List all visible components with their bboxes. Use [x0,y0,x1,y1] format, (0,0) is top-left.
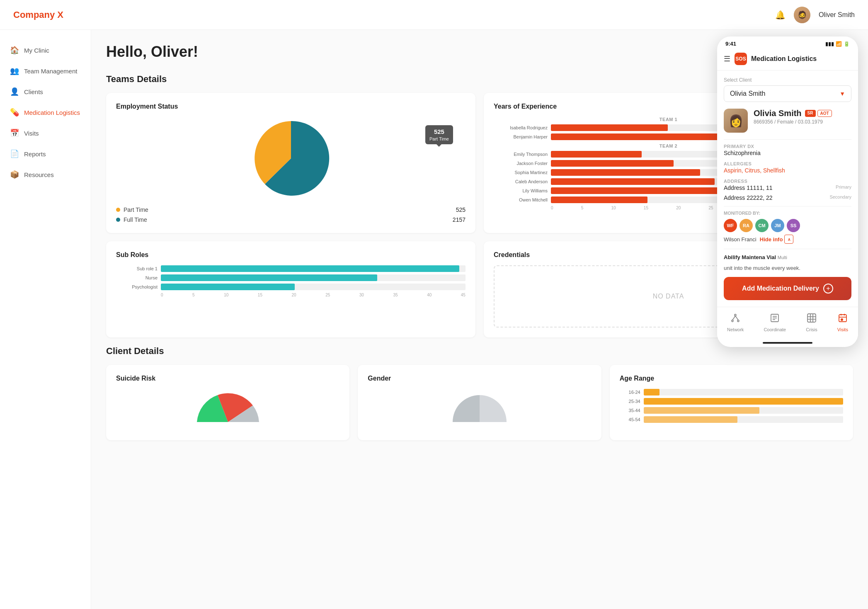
sidebar-item-clients[interactable]: 👤 Clients [0,81,91,102]
address-section: ADDRESS Address 11111, 11 Primary Addres… [724,179,851,201]
visits-icon: 📅 [10,129,19,138]
bar-fill-16-24 [644,389,660,395]
gender-pie [451,389,509,430]
sidebar-item-visits[interactable]: 📅 Visits [0,123,91,143]
suicide-risk-card: Suicide Risk [106,365,349,440]
home-icon: 🏠 [10,46,19,55]
reports-icon: 📄 [10,149,19,158]
sidebar-item-medication-logistics[interactable]: 💊 Medication Logistics [0,102,91,123]
monitor-ra[interactable]: RA [739,219,753,232]
sidebar: 🏠 My Clinic 👥 Team Management 👤 Clients … [0,30,91,609]
age-label-45-54: 45-54 [620,417,640,422]
part-time-dot [116,208,120,212]
sub-roles-title: Sub Roles [116,251,466,259]
bar-label-psychologist: Psychologist [116,284,158,289]
sidebar-label-medication-logistics: Medication Logistics [24,109,80,116]
bar-row-psychologist: Psychologist [116,284,466,290]
monitor-ss[interactable]: SS [787,219,800,232]
full-time-label: Full Time [124,216,147,223]
monitored-label: MONITORED BY: [724,211,851,216]
nav-right: 🔔 🧔 Oliver Smith [775,7,855,23]
employment-status-card: Employment Status 525 Part Time [106,93,475,233]
hamburger-icon[interactable]: ☰ [724,54,730,63]
bar-label-benjamin: Benjamin Harper [494,134,548,139]
client-dropdown[interactable]: Olivia Smith ▼ [724,85,851,102]
bar-fill-35-44 [644,407,759,414]
coordinate-label: Coordinate [764,327,786,332]
bottom-nav-visits[interactable]: Visits [832,311,853,334]
avatar: 🧔 [794,7,810,23]
bar-track-16-24 [644,389,843,395]
bar-fill-sophia [551,169,700,176]
svg-point-0 [735,314,736,316]
gender-card: Gender [358,365,601,440]
battery-icon: 🔋 [844,41,850,47]
pie-tooltip: 525 Part Time [425,125,453,144]
badge-sr: SR [805,110,816,117]
sidebar-label-team-management: Team Management [24,68,77,75]
monitor-jm[interactable]: JM [771,219,784,232]
add-medication-delivery-button[interactable]: Add Medication Delivery + [724,277,851,300]
top-nav: Company X 🔔 🧔 Oliver Smith [0,0,868,30]
sidebar-item-resources[interactable]: 📦 Resources [0,164,91,185]
phone-signals: ▮▮▮ 📶 🔋 [825,41,850,47]
network-label: Network [727,327,744,332]
client-sub-info: 8669356 / Female / 03.03.1979 [754,119,832,125]
select-client-label: Select Client [724,77,851,83]
age-35-44: 35-44 [620,407,843,414]
sidebar-item-reports[interactable]: 📄 Reports [0,143,91,164]
allergies-section: ALLERGIES Aspirin, Citrus, Shellfish [724,161,851,174]
client-dropdown-chevron: ▼ [839,90,845,97]
bottom-nav-network[interactable]: Network [722,311,749,334]
bar-fill-subrole1 [161,265,459,272]
client-details-title: Client Details [106,346,853,357]
sidebar-label-clients: Clients [24,88,43,95]
hide-info-button[interactable]: Hide info ∧ [760,235,794,244]
med-description: Abilify Maintena Vial Multi [724,253,851,262]
avatar-face: 🧔 [794,7,810,23]
badge-aot: AOT [817,110,832,117]
pie-chart-container: 525 Part Time [116,117,466,200]
bar-row-nurse: Nurse [116,274,466,281]
bar-label-caleb: Caleb Anderson [494,179,548,184]
svg-rect-18 [841,319,843,320]
client-info: Olivia Smith SR AOT 8669356 / Female / 0… [754,109,832,125]
monitor-wf[interactable]: WF [724,219,737,232]
phone-home-bar [763,342,812,344]
age-range-bars: 16-24 25-34 35-44 [620,389,843,423]
sidebar-item-team-management[interactable]: 👥 Team Management [0,61,91,81]
tooltip-value: 525 [429,128,449,136]
resources-icon: 📦 [10,170,19,179]
address-1-row: Address 11111, 11 Primary [724,184,851,191]
bar-track-subrole1 [161,265,466,272]
sidebar-label-visits: Visits [24,130,39,137]
client-profile: 👩 Olivia Smith SR AOT 8669356 / Female /… [724,109,851,133]
gender-title: Gender [368,375,591,382]
bottom-nav-crisis[interactable]: Crisis [801,311,822,334]
bell-icon[interactable]: 🔔 [775,10,786,20]
sub-roles-axis: 051015202530354045 [116,293,466,297]
allergies-value: Aspirin, Citrus, Shellfish [724,167,851,174]
sidebar-item-my-clinic[interactable]: 🏠 My Clinic [0,40,91,61]
phone-time: 9:41 [725,41,736,47]
add-med-plus-icon: + [823,284,833,294]
svg-rect-9 [807,314,816,322]
bar-label-sophia: Sophia Martinez [494,170,548,175]
bar-label-emily: Emily Thompson [494,152,548,157]
bar-fill-psychologist [161,284,295,290]
bar-fill-isabella [551,124,668,131]
phone-status-bar: 9:41 ▮▮▮ 📶 🔋 [717,36,858,49]
signal-bars-icon: ▮▮▮ [825,41,834,47]
sidebar-label-my-clinic: My Clinic [24,47,49,54]
bar-label-owen: Owen Mitchell [494,197,548,202]
employment-pie-chart [250,117,332,200]
bar-label-nurse: Nurse [116,275,158,280]
hide-info-chevron-icon: ∧ [784,235,793,244]
bar-fill-45-54 [644,416,737,423]
bar-fill-owen [551,197,647,203]
address-2-row: Address 22222, 22 Secondary [724,194,851,201]
bottom-nav-coordinate[interactable]: Coordinate [759,311,791,334]
monitor-cm[interactable]: CM [755,219,769,232]
bar-fill-caleb [551,178,715,185]
phone-bottom-nav: Network Coordinate Crisis [717,307,858,340]
